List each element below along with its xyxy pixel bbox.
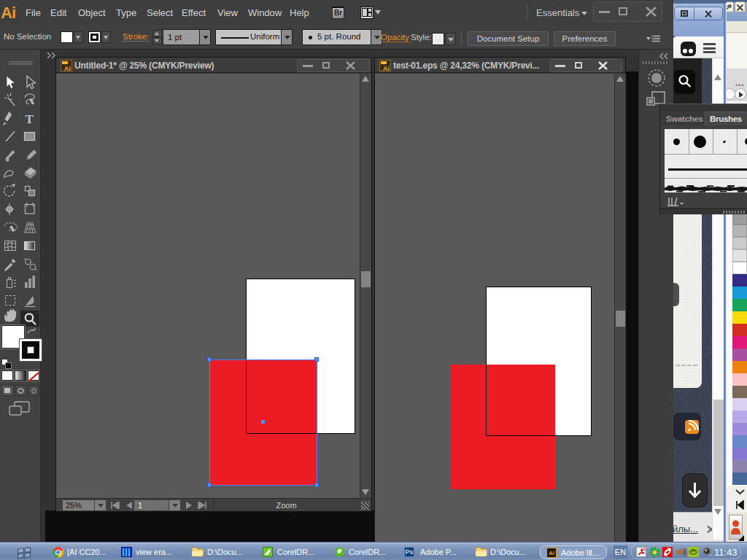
svg-text:T: T — [26, 112, 34, 126]
